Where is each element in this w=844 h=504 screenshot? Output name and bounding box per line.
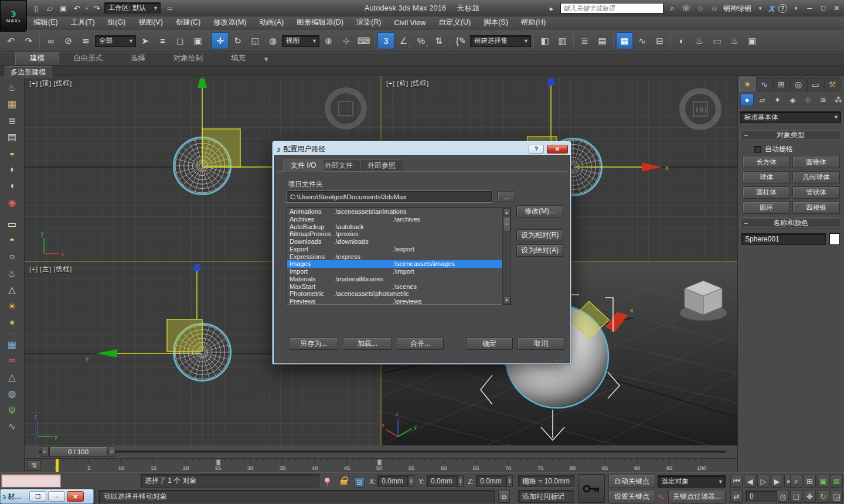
dialog-tab-外部参照[interactable]: 外部参照 xyxy=(360,159,403,171)
select-and-move-icon[interactable]: ✛ xyxy=(212,32,229,49)
make-relative-button[interactable]: 设为相对(R) xyxy=(516,229,563,241)
auto-key-button[interactable]: 自动关键点 xyxy=(608,475,655,488)
menu-视图(V)[interactable]: 视图(V) xyxy=(132,16,169,29)
object-button-长方体[interactable]: 长方体 xyxy=(743,156,790,168)
edit-named-selection-sets-icon[interactable]: {✎ xyxy=(452,32,469,49)
select-and-rotate-icon[interactable]: ↻ xyxy=(229,32,246,49)
sphere-shape-icon[interactable]: ○ xyxy=(4,249,21,264)
menu-工具(T)[interactable]: 工具(T) xyxy=(64,16,101,29)
new-file-icon[interactable]: ▯ xyxy=(30,2,42,14)
viewport-front-label[interactable]: [+] [前] [线框] xyxy=(386,79,429,88)
help-icon[interactable]: ? xyxy=(778,4,787,13)
motion-tab[interactable]: ◎ xyxy=(790,77,806,91)
help-chevron-icon[interactable]: ▾ xyxy=(791,5,801,11)
path-entry-BitmapProxies[interactable]: BitmapProxies.\proxies xyxy=(287,230,502,238)
teapot-wire-icon[interactable]: ♨ xyxy=(4,265,21,281)
menu-帮助(H)[interactable]: 帮助(H) xyxy=(515,16,552,29)
ribbon-tab-选择[interactable]: 选择 xyxy=(117,52,159,65)
maximize-button[interactable]: □ xyxy=(818,4,828,12)
dialog-tab-外部文件[interactable]: 外部文件 xyxy=(317,159,360,171)
path-entry-Materials[interactable]: Materials.\materiallibraries xyxy=(287,275,502,283)
path-entry-Images[interactable]: Images.\sceneassets\images xyxy=(287,260,502,268)
toggle-scene-explorer-icon[interactable]: ≣ xyxy=(576,32,593,49)
angle-snap-icon[interactable]: ∠∩ xyxy=(395,32,412,49)
menu-渲染(R)[interactable]: 渲染(R) xyxy=(350,16,387,29)
maximize-mini-button[interactable]: ▫ xyxy=(48,491,65,502)
select-and-link-icon[interactable]: ∞ xyxy=(42,32,59,49)
ribbon-tab-自由形式[interactable]: 自由形式 xyxy=(59,52,117,65)
key-filters-button[interactable]: 关键点过滤器... xyxy=(668,490,726,503)
go-to-start-button[interactable]: ⏮ xyxy=(730,475,743,488)
search-input[interactable] xyxy=(560,3,663,13)
menu-动画(A)[interactable]: 动画(A) xyxy=(253,16,290,29)
create-tab[interactable]: ✶ xyxy=(739,77,755,91)
rectangular-selection-region-icon[interactable]: ◻ xyxy=(172,32,189,49)
render-setup-list-icon[interactable]: ≣ xyxy=(4,113,21,128)
ribbon-grip[interactable]: ⋮⋮ xyxy=(2,54,13,60)
modify-tab[interactable]: ∿ xyxy=(756,77,772,91)
communication-center-icon[interactable]: ☏ xyxy=(681,4,692,13)
user-avatar-icon[interactable]: ☺ xyxy=(709,4,720,13)
cameras-category[interactable]: ◈ xyxy=(786,94,799,106)
zoom-all-icon[interactable]: ⊞ xyxy=(804,475,816,488)
ok-button[interactable]: 确定 xyxy=(466,338,513,350)
isolate-selection-icon[interactable]: ⧉ xyxy=(498,491,510,503)
ribbon-tab-建模[interactable]: 建模 xyxy=(15,51,59,65)
project-folder-path-field[interactable]: C:\Users\Steelgod\Documents\3dsMax xyxy=(287,191,492,202)
snaps-toggle-icon[interactable]: 3∩ xyxy=(377,32,394,49)
resize-grip[interactable]: ⋰⋰ xyxy=(556,356,567,362)
object-button-球体[interactable]: 球体 xyxy=(743,171,790,183)
undo-icon-dropdown[interactable]: ▾ xyxy=(84,2,89,14)
utilities-tab[interactable]: ⚒ xyxy=(824,77,840,91)
zoom-extents-icon[interactable]: ▣ xyxy=(817,475,829,488)
user-chevron-icon[interactable]: ▾ xyxy=(755,5,765,11)
menu-修改器(M)[interactable]: 修改器(M) xyxy=(207,16,253,29)
select-object-icon[interactable]: ➤ xyxy=(137,32,154,49)
viewport-left-label[interactable]: [+] [左] [线框] xyxy=(29,265,72,274)
close-mini-button[interactable]: ✕ xyxy=(67,491,84,502)
object-button-几何球体[interactable]: 几何球体 xyxy=(792,171,840,183)
object-button-四棱锥[interactable]: 四棱锥 xyxy=(792,202,840,214)
geometry-category-dropdown[interactable]: 标准基本体 ▼ xyxy=(740,111,841,123)
previous-frame-arrow[interactable]: < xyxy=(41,447,49,457)
maxscript-mini-listener[interactable] xyxy=(1,474,61,488)
mini-curve-editor-icon[interactable]: ⇅ xyxy=(27,460,41,471)
toggle-ribbon-icon[interactable]: ▦ xyxy=(616,32,633,49)
menu-组(G)[interactable]: 组(G) xyxy=(101,16,132,29)
select-by-name-icon[interactable]: ≡ xyxy=(154,32,171,49)
tab-polygon-modeling[interactable]: 多边形建模 xyxy=(5,66,52,78)
render-setup-icon[interactable]: ♨ xyxy=(691,32,708,49)
geometry-category[interactable]: ● xyxy=(740,94,754,106)
path-entry-Export[interactable]: Export.\export xyxy=(287,246,502,253)
x-spinner[interactable]: ▲▼ xyxy=(408,475,414,487)
dialog-tab-文件 I/O[interactable]: 文件 I/O xyxy=(283,159,324,172)
zoom-region-icon[interactable]: ◻ xyxy=(790,490,802,503)
play-button[interactable]: ▷ xyxy=(757,475,770,488)
object-button-圆柱体[interactable]: 圆柱体 xyxy=(743,186,790,199)
save-as-button[interactable]: 另存为... xyxy=(289,338,338,350)
select-and-scale-icon[interactable]: ◱ xyxy=(247,32,264,49)
spinner-snap-icon[interactable]: ⇅∩ xyxy=(430,32,447,49)
breadcrumb-arrow-icon[interactable]: ▸ xyxy=(546,4,557,13)
browse-button[interactable]: ... xyxy=(498,191,515,202)
maximize-viewport-icon[interactable]: ◲ xyxy=(831,490,843,503)
feather-icon[interactable]: ∿ xyxy=(4,418,21,434)
cone-shape-icon[interactable]: △ xyxy=(4,282,21,297)
grass-icon[interactable]: ψ xyxy=(4,402,21,417)
current-frame-field[interactable]: 0 xyxy=(746,491,778,502)
max-application-button[interactable]: ϶ MAX▾ xyxy=(0,0,27,32)
rectangle-shape-icon[interactable]: ▭ xyxy=(4,216,21,231)
select-and-manipulate-icon[interactable]: ⊹ xyxy=(338,32,355,49)
load-button[interactable]: 加载... xyxy=(343,338,392,350)
path-entry-AutoBackup[interactable]: AutoBackup.\autoback xyxy=(287,223,502,231)
next-frame-arrow[interactable]: > xyxy=(108,447,115,457)
scroll-up-icon[interactable]: ▲ xyxy=(503,208,511,216)
red-camera-icon[interactable]: ◉ xyxy=(4,195,21,210)
favorites-star-icon[interactable]: ☆ xyxy=(695,4,706,13)
previous-frame-button[interactable]: ◀ xyxy=(744,475,756,488)
selection-filter-dropdown[interactable]: 全部▼ xyxy=(95,35,136,47)
helpers-category[interactable]: ⊹ xyxy=(801,94,815,106)
dialog-help-button[interactable]: ? xyxy=(529,145,544,154)
pan-icon[interactable]: ✥ xyxy=(804,490,816,503)
exchange-icon[interactable]: X xyxy=(769,4,775,13)
